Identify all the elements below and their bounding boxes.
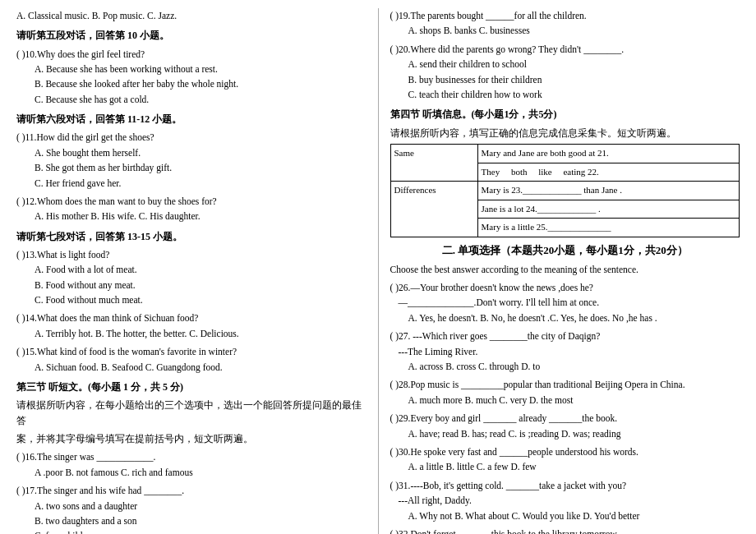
q17-a: A. two sons and a daughter [35, 499, 366, 513]
section4-title: 第四节 听填信息。(每小题1分，共5分) [390, 107, 740, 122]
section6-title: 请听第六段对话，回答第 11-12 小题。 [16, 112, 366, 127]
q12-a: A. His mother B. His wife. C. His daught… [35, 209, 366, 223]
q27-a: A. across B. cross C. through D. to [408, 359, 740, 374]
q17-options: A. two sons and a daughter B. two daught… [35, 499, 366, 534]
table-row-same: Same Mary and Jane are both good at 21. [390, 144, 740, 163]
table-cell-diff-label: Differences [390, 182, 477, 237]
music-options: A. Classical music. B. Pop music. C. Jaz… [16, 8, 366, 23]
table-row-diff: Differences Mary is 23._____________ tha… [390, 182, 740, 200]
page-container: A. Classical music. B. Pop music. C. Jaz… [16, 8, 740, 534]
q15-num: ( )15.What kind of food is the woman's f… [16, 344, 366, 359]
q29-block: ( )29.Every boy and girl _______ already… [390, 411, 740, 441]
q20-block: ( )20.Where did the parents go wrong? Th… [390, 42, 740, 103]
q27-num: ( )27. ---Which river goes ________the c… [390, 329, 740, 343]
section3-instruction: 请根据所听内容，在每小题给出的三个选项中，选出一个能回答所提问题的最佳答 [16, 398, 366, 428]
q26-a: A. Yes, he doesn't. B. No, he doesn't .C… [408, 311, 740, 325]
q12-block: ( )12.Whom does the man want to buy the … [16, 194, 366, 224]
q10-a: A. Because she has been working without … [35, 62, 366, 76]
q26-block: ( )26.—Your brother doesn't know the new… [390, 280, 740, 325]
q20-c: C. teach their children how to work [408, 87, 740, 102]
q14-options: A. Terribly hot. B. The hotter, the bett… [35, 326, 366, 341]
q29-num: ( )29.Every boy and girl _______ already… [390, 411, 740, 426]
section3-instruction2: 案，并将其字母编号填写在提前括号内，短文听两遍。 [16, 431, 366, 446]
q28-block: ( )28.Pop music is _________popular than… [390, 377, 740, 407]
q12-num: ( )12.Whom does the man want to buy the … [16, 194, 366, 209]
q17-num: ( )17.The singer and his wife had ______… [16, 483, 366, 498]
q29-options: A. have; read B. has; read C. is ;readin… [408, 426, 740, 441]
section2-title: 二. 单项选择（本题共20小题，每小题1分，共20分） [390, 242, 740, 260]
q28-a: A. much more B. much C. very D. the most [408, 393, 740, 407]
q30-num: ( )30.He spoke very fast and ______peopl… [390, 444, 740, 459]
q28-num: ( )28.Pop music is _________popular than… [390, 377, 740, 392]
q13-block: ( )13.What is light food? A. Food with a… [16, 247, 366, 308]
q27-stem: ---The Liming River. [399, 344, 740, 359]
q10-num: ( )10.Why does the girl feel tired? [16, 47, 366, 62]
q16-a: A .poor B. not famous C. rich and famous [35, 465, 366, 480]
q30-block: ( )30.He spoke very fast and ______peopl… [390, 444, 740, 475]
q13-num: ( )13.What is light food? [16, 247, 366, 262]
q27-options: A. across B. cross C. through D. to [408, 359, 740, 374]
q26-stem: —______________.Don't worry. I'll tell h… [399, 295, 740, 310]
section5-title: 请听第五段对话，回答第 10 小题。 [16, 28, 366, 44]
q11-b: B. She got them as her birthday gift. [35, 160, 366, 175]
q26-options: A. Yes, he doesn't. B. No, he doesn't .C… [408, 311, 740, 325]
section7-title: 请听第七段对话，回答第 13-15 小题。 [16, 229, 366, 245]
q20-b: B. buy businesses for their children [408, 72, 740, 87]
q17-c: C. four children [35, 528, 366, 534]
q27-block: ( )27. ---Which river goes ________the c… [390, 329, 740, 374]
q14-a: A. Terribly hot. B. The hotter, the bett… [35, 326, 366, 341]
q11-num: ( )11.How did the girl get the shoes? [16, 130, 366, 145]
q32-block: ( )32.Don't forget _______this book to t… [390, 527, 740, 534]
q19-options: A. shops B. banks C. businesses [408, 23, 740, 38]
q19-block: ( )19.The parents bought ______for all t… [390, 8, 740, 39]
q11-c: C. Her friend gave her. [35, 176, 366, 191]
q11-block: ( )11.How did the girl get the shoes? A.… [16, 130, 366, 191]
section4-instruction: 请根据所听内容，填写正确的信息完成信息采集卡。短文听两遍。 [390, 126, 740, 140]
q16-num: ( )16.The singer was ____________. [16, 449, 366, 464]
q12-options: A. His mother B. His wife. C. His daught… [35, 209, 366, 223]
info-table: Same Mary and Jane are both good at 21. … [390, 144, 740, 237]
q13-b: B. Food without any meat. [35, 278, 366, 292]
q20-options: A. send their children to school B. buy … [408, 57, 740, 102]
q26-num: ( )26.—Your brother doesn't know the new… [390, 280, 740, 295]
q14-num: ( )14.What does the man think of Sichuan… [16, 311, 366, 325]
q32-num: ( )32.Don't forget _______this book to t… [390, 527, 740, 534]
q31-num: ( )31.----Bob, it's getting cold. ______… [390, 478, 740, 493]
left-column: A. Classical music. B. Pop music. C. Jaz… [16, 8, 366, 534]
q30-options: A. a little B. little C. a few D. few [408, 459, 740, 474]
q15-options: A. Sichuan food. B. Seafood C. Guangdong… [35, 360, 366, 375]
q29-a: A. have; read B. has; read C. is ;readin… [408, 426, 740, 441]
q10-c: C. Because she has got a cold. [35, 92, 366, 107]
q17-b: B. two daughters and a son [35, 513, 366, 528]
table-cell-diff-d1: Mary is 23._____________ than Jane . [477, 182, 739, 200]
column-divider [378, 8, 379, 534]
q20-num: ( )20.Where did the parents go wrong? Th… [390, 42, 740, 57]
section3-title: 第三节 听短文。(每小题 1 分，共 5 分) [16, 380, 366, 395]
q10-options: A. Because she has been working without … [35, 62, 366, 107]
q13-options: A. Food with a lot of meat. B. Food with… [35, 262, 366, 307]
q31-stem: ---All right, Daddy. [399, 493, 740, 508]
q10-block: ( )10.Why does the girl feel tired? A. B… [16, 47, 366, 108]
right-column: ( )19.The parents bought ______for all t… [390, 8, 740, 534]
table-cell-diff-d3: Mary is a little 25.______________ [477, 219, 739, 237]
q31-a: A. Why not B. What about C. Would you li… [408, 509, 740, 523]
q13-c: C. Food without much meat. [35, 292, 366, 307]
q31-block: ( )31.----Bob, it's getting cold. ______… [390, 478, 740, 523]
q15-a: A. Sichuan food. B. Seafood C. Guangdong… [35, 360, 366, 375]
q11-a: A. She bought them herself. [35, 145, 366, 160]
table-cell-same-label: Same [390, 144, 477, 181]
table-cell-same-r1: Mary and Jane are both good at 21. [477, 144, 739, 163]
q31-options: A. Why not B. What about C. Would you li… [408, 509, 740, 523]
q13-a: A. Food with a lot of meat. [35, 262, 366, 277]
q14-block: ( )14.What does the man think of Sichuan… [16, 311, 366, 341]
q11-options: A. She bought them herself. B. She got t… [35, 145, 366, 191]
q19-a: A. shops B. banks C. businesses [408, 23, 740, 38]
q10-b: B. Because she looked after her baby the… [35, 76, 366, 91]
q19-num: ( )19.The parents bought ______for all t… [390, 8, 740, 23]
q28-options: A. much more B. much C. very D. the most [408, 393, 740, 407]
q15-block: ( )15.What kind of food is the woman's f… [16, 344, 366, 375]
q30-a: A. a little B. little C. a few D. few [408, 459, 740, 474]
table-cell-diff-d2: Jane is a lot 24._____________ . [477, 200, 739, 219]
q17-block: ( )17.The singer and his wife had ______… [16, 483, 366, 534]
table-cell-same-r2: They both like eating 22. [477, 163, 739, 182]
